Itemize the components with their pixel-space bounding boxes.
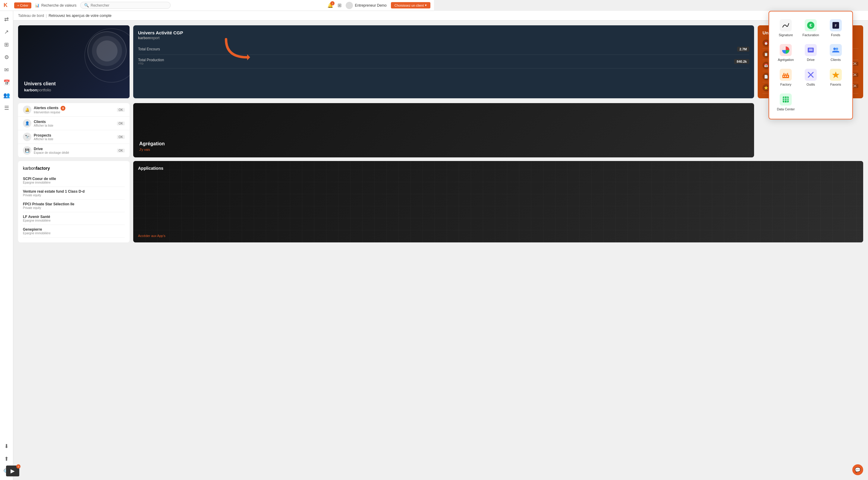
client-item-alertes[interactable]: 🔔 Alertes clients 8 Intervention requise… xyxy=(18,103,130,117)
top-nav: K + Créer 📊 Recherche de valeurs 🔍 🔔 1 ⊞… xyxy=(0,0,434,11)
alertes-icon: 🔔 xyxy=(23,106,31,114)
factory-title: karbonfactory xyxy=(23,166,125,171)
univers-client-title: Univers client xyxy=(24,81,124,87)
choose-client-button[interactable]: Choisissez un client ▾ xyxy=(391,2,430,8)
factory-item-venture[interactable]: Venture real estate fund 1 Class D-d Pri… xyxy=(23,187,125,200)
client-items-card: 🔔 Alertes clients 8 Intervention requise… xyxy=(18,103,130,157)
sidebar: ⇄ ↗ ⊞ ⚙ ✉ 📅 👥 ☰ ⬇ ⬆ 🔍 xyxy=(0,11,13,240)
search-bar[interactable]: 🔍 xyxy=(80,2,170,9)
create-button[interactable]: + Créer xyxy=(14,2,31,8)
univers-client-card[interactable]: Univers client karbonportfolio xyxy=(18,25,130,98)
sidebar-calendar[interactable]: 📅 xyxy=(1,77,12,88)
univers-activite-card[interactable]: Univers Activité CGP karbonreport Total … xyxy=(133,25,434,98)
bottom-row: karbonfactory SCPI Coeur de ville Epargn… xyxy=(18,161,434,240)
logo: K xyxy=(4,2,8,8)
user-avatar xyxy=(346,2,353,9)
client-item-drive[interactable]: 💾 Drive Espace de stockage dédié OK xyxy=(18,144,130,157)
sidebar-menu[interactable]: ☰ xyxy=(1,102,12,113)
sidebar-mail[interactable]: ✉ xyxy=(1,64,12,76)
sidebar-toggle[interactable]: ⇄ xyxy=(1,14,12,25)
clients-icon: 👤 xyxy=(23,119,31,127)
aggregation-title: Agrégation xyxy=(139,141,434,147)
breadcrumb1[interactable]: Tableau de bord xyxy=(18,13,44,18)
applications-title: Applications xyxy=(138,166,434,171)
sidebar-users[interactable]: 👥 xyxy=(1,90,12,101)
sidebar-grid[interactable]: ⊞ xyxy=(1,39,12,50)
search-input[interactable] xyxy=(91,3,167,7)
breadcrumb2: Retrouvez les aperçus de votre compte xyxy=(49,13,112,18)
activite-brand: karbonreport xyxy=(138,36,434,40)
grid-apps-icon[interactable]: ⊞ xyxy=(338,2,341,8)
factory-card: karbonfactory SCPI Coeur de ville Epargn… xyxy=(18,161,130,240)
search-icon: 🔍 xyxy=(84,3,89,7)
alert-icon[interactable]: 🔔 1 xyxy=(327,2,333,8)
alert-badge: 1 xyxy=(330,1,335,5)
breadcrumb-sep: | xyxy=(46,13,47,18)
univers-client-brand: karbonportfolio xyxy=(24,88,124,92)
sidebar-share[interactable]: ↗ xyxy=(1,27,12,37)
applications-card[interactable]: Applications Accéder aux App's xyxy=(133,161,434,240)
factory-item-lf[interactable]: LF Avenir Santé Epargne immobilière xyxy=(23,212,125,225)
prospects-icon: 🔭 xyxy=(23,133,31,141)
factory-item-fpci[interactable]: FPCI Private Star Sélection Ile Private … xyxy=(23,200,125,212)
sidebar-settings[interactable]: ⚙ xyxy=(1,52,12,63)
metric-production: Total Production YTD 840.2k xyxy=(138,55,434,68)
user-info[interactable]: Entrepreneur Demo xyxy=(346,2,386,9)
card-metrics: Total Encours 2.7M Total Production YTD … xyxy=(138,44,434,68)
factory-item-scpi[interactable]: SCPI Coeur de ville Epargne immobilière xyxy=(23,174,125,187)
main-content: Univers client karbonportfolio Univers A… xyxy=(13,21,434,240)
nav-right: 🔔 1 ⊞ Entrepreneur Demo Choisissez un cl… xyxy=(327,2,430,9)
client-item-clients[interactable]: 👤 Clients Afficher la liste OK xyxy=(18,117,130,130)
recherche-valeurs-link[interactable]: 📊 Recherche de valeurs xyxy=(35,3,76,7)
metric-encours: Total Encours 2.7M xyxy=(138,44,434,55)
client-item-prospects[interactable]: 🔭 Prospects Afficher la liste OK xyxy=(18,130,130,144)
cards-row-1: Univers client karbonportfolio Univers A… xyxy=(18,25,434,98)
applications-link[interactable]: Accéder aux App's xyxy=(138,234,434,238)
app-content: Applications Accéder aux App's xyxy=(138,166,434,238)
aggregation-link[interactable]: J'y vais xyxy=(139,148,434,151)
factory-item-genepierre[interactable]: Genepierre Epargne immobilière xyxy=(23,225,125,238)
drive-icon: 💾 xyxy=(23,146,31,155)
sub-header: Tableau de bord | Retrouvez les aperçus … xyxy=(13,11,434,21)
sub-items-row: 🔔 Alertes clients 8 Intervention requise… xyxy=(18,103,434,157)
aggregation-card[interactable]: Agrégation J'y vais xyxy=(133,103,434,157)
activite-title: Univers Activité CGP xyxy=(138,30,434,35)
